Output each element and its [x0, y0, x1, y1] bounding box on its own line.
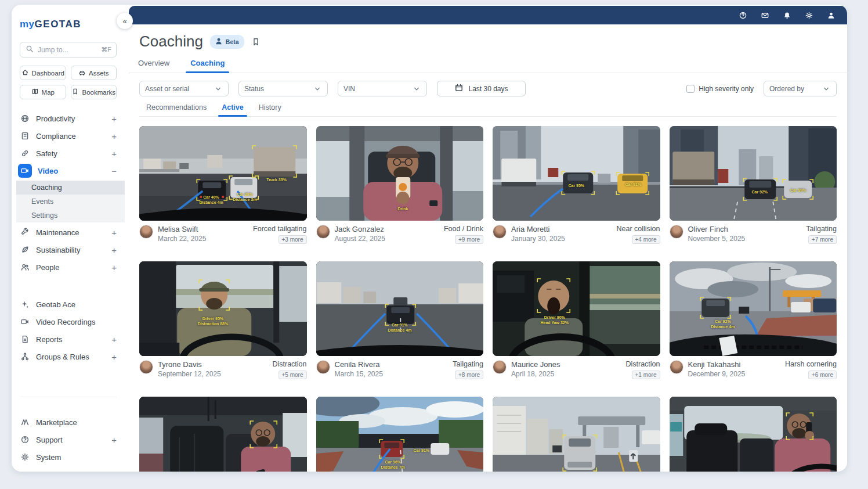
event-thumbnail[interactable]	[139, 397, 307, 472]
more-events-badge: +9 more	[455, 235, 483, 244]
sidebar-item-label: Safety	[36, 149, 106, 158]
event-thumbnail[interactable]: Car 92%Car 89%	[670, 126, 837, 221]
dashcam-frame	[139, 126, 307, 221]
page-tabs: OverviewCoaching	[129, 54, 847, 73]
quick-link-label: Assets	[89, 70, 109, 77]
dashcam-frame	[670, 397, 837, 472]
expand-plus-icon[interactable]: +	[111, 228, 117, 238]
topbar-bell-icon[interactable]	[782, 10, 791, 20]
dashcam-frame	[316, 397, 484, 472]
sidebar-item-sustainability[interactable]: Sustainability+	[12, 241, 125, 258]
sidebar-item-people[interactable]: People+	[12, 258, 125, 276]
quick-link-dashboard[interactable]: Dashboard	[20, 66, 66, 80]
coaching-card[interactable]	[670, 397, 837, 472]
sidebar-item-reports[interactable]: Reports+	[12, 330, 125, 348]
subtab-recommendations[interactable]: Recommendations	[146, 103, 207, 116]
coaching-card[interactable]: Car 91% Distance 4mCenila RiveraMarch 15…	[316, 261, 484, 379]
driver-identity: Oliver FinchNovember 5, 2025	[670, 225, 806, 243]
sidebar: myGEOTAB « ⌘F DashboardAssetsMapBookmark…	[12, 5, 125, 472]
coaching-card[interactable]: Car 96% Distance 7mCar 91%	[316, 397, 484, 472]
quick-link-assets[interactable]: Assets	[71, 66, 117, 80]
collapse-minus-icon[interactable]: −	[111, 166, 117, 176]
sidebar-item-compliance[interactable]: Compliance+	[12, 127, 125, 145]
expand-plus-icon[interactable]: +	[111, 435, 117, 445]
event-thumbnail[interactable]: Driver 90% Head Yaw 32%	[493, 261, 660, 356]
sidebar-item-maintenance[interactable]: Maintenance+	[12, 224, 125, 241]
sidebar-item-system[interactable]: System	[12, 448, 125, 466]
sidebar-collapse-button[interactable]: «	[117, 13, 133, 29]
sidebar-item-safety[interactable]: Safety+	[12, 145, 125, 162]
event-thumbnail[interactable]: Car 40% Distance 4mCar 39% Distance 3mTr…	[139, 126, 307, 221]
expand-plus-icon[interactable]: +	[111, 245, 117, 255]
sidebar-nav: Productivity+Compliance+Safety+Video−Coa…	[12, 110, 125, 276]
bookmark-page-icon[interactable]	[251, 37, 261, 46]
event-thumbnail[interactable]: Car 95%Car 91%	[493, 126, 660, 221]
search-input[interactable]	[38, 46, 97, 54]
expand-plus-icon[interactable]: +	[111, 149, 117, 159]
sidebar-item-label: Compliance	[36, 132, 106, 141]
subtab-active[interactable]: Active	[222, 103, 244, 116]
high-severity-checkbox[interactable]	[686, 85, 695, 93]
expand-plus-icon[interactable]: +	[111, 352, 117, 362]
tab-overview[interactable]: Overview	[136, 54, 172, 73]
expand-plus-icon[interactable]: +	[111, 263, 117, 272]
event-thumbnail[interactable]: Car 95% Distance 5m	[493, 397, 660, 472]
sidebar-item-video-recordings[interactable]: Video Recordings	[12, 313, 125, 330]
event-thumbnail[interactable]: Car 92% Distance 4m	[670, 261, 837, 356]
quick-link-map[interactable]: Map	[20, 85, 66, 99]
date-range-button[interactable]: Last 30 days	[437, 81, 526, 96]
main-area: Coaching Beta OverviewCoaching Asset or …	[129, 5, 847, 472]
event-date: March 22, 2025	[158, 235, 206, 243]
event-thumbnail[interactable]	[670, 397, 837, 472]
sidebar-item-productivity[interactable]: Productivity+	[12, 110, 125, 127]
sidebar-item-support[interactable]: Support+	[12, 431, 125, 448]
coaching-card[interactable]: Car 95% Distance 5m	[493, 397, 660, 472]
marketplace-icon	[20, 417, 30, 427]
event-thumbnail[interactable]: Car 91% Distance 4m	[316, 261, 484, 356]
sidebar-item-label: Maintenance	[36, 228, 106, 237]
vin-filter-dropdown[interactable]: VIN	[338, 81, 427, 96]
driver-avatar	[493, 225, 507, 239]
expand-plus-icon[interactable]: +	[111, 114, 117, 124]
compliance-icon	[20, 131, 30, 141]
expand-plus-icon[interactable]: +	[111, 335, 117, 344]
coaching-card[interactable]: Driver 95% Distraction 88%Tyrone DavisSe…	[139, 261, 307, 379]
sidebar-item-groups-rules[interactable]: Groups & Rules+	[12, 348, 125, 365]
sidebar-subitem-settings[interactable]: Settings	[16, 208, 125, 222]
event-summary: Tailgating+7 more	[806, 225, 837, 244]
more-events-badge: +1 more	[632, 371, 660, 379]
topbar-help-icon[interactable]	[738, 10, 747, 20]
coaching-card[interactable]: Car 40% Distance 4mCar 39% Distance 3mTr…	[139, 126, 307, 244]
topbar-mail-icon[interactable]	[760, 10, 769, 20]
expand-plus-icon[interactable]: +	[111, 131, 117, 141]
event-thumbnail[interactable]: Driver 95% Distraction 88%	[139, 261, 307, 356]
sidebar-subitem-coaching[interactable]: Coaching	[16, 181, 125, 195]
sidebar-subitem-events[interactable]: Events	[16, 195, 125, 208]
asset-filter-dropdown[interactable]: Asset or serial	[139, 81, 229, 96]
coaching-card[interactable]: Driver 90% Head Yaw 32%Maurice JonesApri…	[493, 261, 660, 379]
subtab-history[interactable]: History	[259, 103, 281, 116]
sidebar-item-video[interactable]: Video−	[12, 162, 125, 179]
coaching-card[interactable]: Car 92% Distance 4mKenji TakahashiDecemb…	[670, 261, 837, 379]
map-icon	[31, 88, 39, 96]
topbar-gear-icon[interactable]	[804, 10, 813, 20]
event-thumbnail[interactable]: Car 96% Distance 7mCar 91%	[316, 397, 484, 472]
sidebar-item-marketplace[interactable]: Marketplace	[12, 414, 125, 431]
event-thumbnail[interactable]: Drink	[316, 126, 484, 221]
card-info-row: Jack GonzalezAugust 22, 2025Food / Drink…	[316, 225, 484, 244]
coaching-card[interactable]: Car 95%Car 91%Aria MorettiJanuary 30, 20…	[493, 126, 660, 244]
coaching-card[interactable]: DrinkJack GonzalezAugust 22, 2025Food / …	[316, 126, 484, 244]
event-type-label: Tailgating	[453, 360, 483, 368]
jump-to-search[interactable]: ⌘F	[20, 42, 117, 57]
ordered-by-dropdown[interactable]: Ordered by	[764, 81, 837, 96]
topbar-user-icon[interactable]	[826, 10, 836, 20]
quick-link-bookmarks[interactable]: Bookmarks	[71, 85, 117, 99]
sidebar-item-geotab-ace[interactable]: Geotab Ace	[12, 296, 125, 313]
dashcam-frame	[493, 261, 660, 356]
coaching-card[interactable]: Car 92%Car 89%Oliver FinchNovember 5, 20…	[670, 126, 837, 244]
coaching-card[interactable]	[139, 397, 307, 472]
driver-identity: Cenila RiveraMarch 15, 2025	[316, 360, 453, 378]
camera-icon	[20, 317, 30, 327]
status-filter-dropdown[interactable]: Status	[238, 81, 328, 96]
tab-coaching[interactable]: Coaching	[188, 54, 227, 73]
